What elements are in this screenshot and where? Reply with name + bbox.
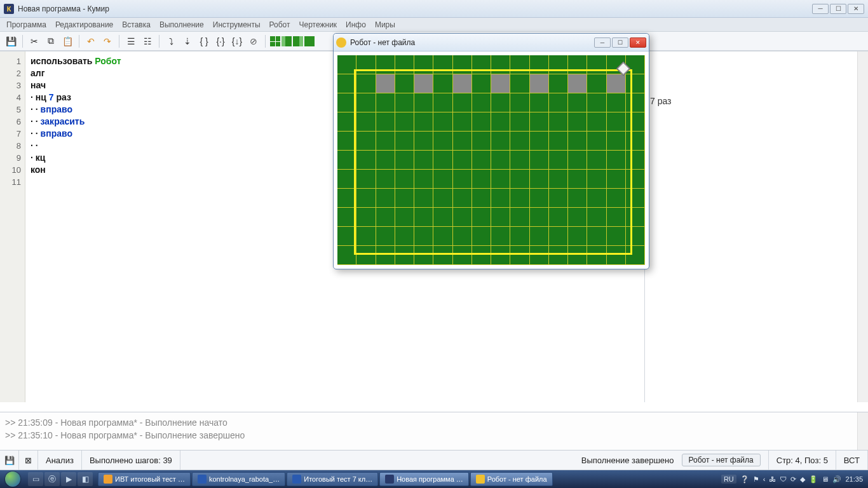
tray-chevron-icon[interactable]: ‹ bbox=[763, 475, 766, 483]
tray-monitor-icon[interactable]: 🖥 bbox=[822, 475, 829, 483]
word-icon bbox=[198, 475, 207, 484]
tray-av-icon[interactable]: ◆ bbox=[800, 475, 805, 484]
menu-edit[interactable]: Редактирование bbox=[55, 20, 113, 29]
robot-grid bbox=[337, 55, 645, 265]
robot-maximize-button[interactable]: ☐ bbox=[612, 37, 628, 48]
taskbar-item[interactable]: ИВТ итоговый тест … bbox=[98, 472, 191, 486]
status-execution: Выполнение завершено bbox=[581, 456, 674, 465]
line-number: 9 bbox=[0, 152, 21, 164]
stop-icon[interactable]: ⊘ bbox=[247, 34, 261, 48]
list2-icon[interactable]: ☷ bbox=[140, 34, 154, 48]
step-icon[interactable]: ⤵ bbox=[164, 34, 178, 48]
taskbar-item-label: Робот - нет файла bbox=[487, 475, 547, 483]
code-text: · · bbox=[31, 116, 41, 126]
code-text: вправо bbox=[41, 104, 72, 114]
robot-field[interactable] bbox=[337, 55, 645, 265]
code-text: 7 bbox=[49, 92, 54, 102]
code-text: · нц bbox=[31, 92, 49, 102]
folder-icon bbox=[104, 475, 112, 484]
ql-explorer-icon[interactable]: ▭ bbox=[28, 472, 43, 486]
braces3-icon[interactable]: {↓} bbox=[230, 34, 244, 48]
tray-language[interactable]: RU bbox=[721, 475, 736, 484]
view-left-icon[interactable] bbox=[281, 36, 292, 46]
line-number: 6 bbox=[0, 116, 21, 128]
menu-tools[interactable]: Инструменты bbox=[213, 20, 261, 29]
taskbar: ▭ ⓔ ▶ ◧ ИВТ итоговый тест … kontrolnaya_… bbox=[0, 470, 868, 488]
robot-titlebar[interactable]: Робот - нет файла ─ ☐ ✕ bbox=[334, 34, 649, 51]
status-save-icon[interactable]: 💾 bbox=[0, 451, 19, 470]
tray-help-icon[interactable]: ❔ bbox=[740, 475, 749, 484]
robot-window[interactable]: Робот - нет файла ─ ☐ ✕ bbox=[333, 33, 649, 269]
copy-icon[interactable]: ⧉ bbox=[44, 34, 58, 48]
status-mode: ВСТ bbox=[836, 451, 868, 470]
code-text: Робот bbox=[95, 56, 121, 66]
code-text: нач bbox=[31, 80, 46, 90]
view-grid-icon[interactable] bbox=[270, 36, 280, 46]
separator bbox=[79, 35, 79, 48]
tray-volume-icon[interactable]: 🔊 bbox=[832, 475, 841, 484]
tray-update-icon[interactable]: ⟳ bbox=[790, 475, 796, 484]
tray-flag-icon[interactable]: ⚑ bbox=[753, 475, 759, 484]
robot-view-buttons bbox=[270, 36, 315, 46]
menu-robot[interactable]: Робот bbox=[269, 20, 290, 29]
status-x-icon[interactable]: ⊠ bbox=[19, 451, 38, 470]
menu-insert[interactable]: Вставка bbox=[122, 20, 151, 29]
redo-icon[interactable]: ↷ bbox=[100, 34, 114, 48]
taskbar-item[interactable]: Робот - нет файла bbox=[470, 472, 553, 486]
code-text: алг bbox=[31, 68, 45, 78]
menu-draftsman[interactable]: Чертежник bbox=[299, 20, 337, 29]
robot-icon bbox=[476, 475, 485, 484]
tray-network-icon[interactable]: 🖧 bbox=[769, 475, 776, 483]
minimize-button[interactable]: ─ bbox=[812, 4, 829, 14]
console-line: >> 21:35:10 - Новая программа* - Выполне… bbox=[5, 429, 863, 442]
menu-run[interactable]: Выполнение bbox=[159, 20, 204, 29]
console-line: >> 21:35:09 - Новая программа* - Выполне… bbox=[5, 416, 863, 429]
braces1-icon[interactable]: { } bbox=[197, 34, 211, 48]
separator bbox=[22, 35, 23, 48]
status-cursor-pos: Стр: 4, Поз: 5 bbox=[769, 451, 836, 470]
cut-icon[interactable]: ✂ bbox=[27, 34, 41, 48]
system-tray: RU ❔ ⚑ ‹ 🖧 🛡 ⟳ ◆ 🔋 🖥 🔊 21:35 bbox=[716, 475, 868, 484]
close-button[interactable]: ✕ bbox=[848, 4, 864, 14]
robot-close-button[interactable]: ✕ bbox=[630, 37, 646, 48]
robot-minimize-button[interactable]: ─ bbox=[594, 37, 611, 48]
menu-program[interactable]: Программа bbox=[6, 20, 46, 29]
code-text: · · bbox=[31, 104, 41, 114]
title-bar: К Новая программа - Кумир ─ ☐ ✕ bbox=[0, 0, 868, 18]
step-over-icon[interactable]: ⇣ bbox=[180, 34, 194, 48]
list-icon[interactable]: ☰ bbox=[124, 34, 138, 48]
braces2-icon[interactable]: {·} bbox=[214, 34, 227, 48]
taskbar-item[interactable]: Итоговый тест 7 кл… bbox=[287, 472, 378, 486]
quick-launch: ▭ ⓔ ▶ ◧ bbox=[25, 472, 95, 486]
view-right-icon[interactable] bbox=[293, 36, 303, 46]
code-text: использовать bbox=[31, 56, 95, 66]
start-orb-icon bbox=[5, 471, 20, 487]
taskbar-item[interactable]: Новая программа … bbox=[379, 472, 469, 486]
undo-icon[interactable]: ↶ bbox=[84, 34, 98, 48]
tray-clock[interactable]: 21:35 bbox=[845, 475, 863, 483]
status-robot-tag[interactable]: Робот - нет файла bbox=[682, 454, 761, 466]
menu-info[interactable]: Инфо bbox=[346, 20, 366, 29]
console-output[interactable]: >> 21:35:09 - Новая программа* - Выполне… bbox=[0, 412, 868, 450]
ql-ie-icon[interactable]: ⓔ bbox=[44, 472, 60, 486]
paste-icon[interactable]: 📋 bbox=[60, 34, 74, 48]
scrollbar[interactable] bbox=[857, 412, 868, 450]
taskbar-item-label: ИВТ итоговый тест … bbox=[115, 475, 185, 483]
ql-player-icon[interactable]: ▶ bbox=[61, 472, 76, 486]
scrollbar[interactable] bbox=[857, 51, 868, 402]
menu-worlds[interactable]: Миры bbox=[375, 20, 395, 29]
code-text: вправо bbox=[41, 128, 72, 139]
tray-shield-icon[interactable]: 🛡 bbox=[780, 475, 787, 483]
status-analysis: Анализ bbox=[38, 451, 82, 470]
save-icon[interactable]: 💾 bbox=[4, 34, 18, 48]
kumir-icon bbox=[385, 475, 394, 484]
view-full-icon[interactable] bbox=[304, 36, 315, 46]
line-number: 10 bbox=[0, 164, 21, 176]
ql-app-icon[interactable]: ◧ bbox=[78, 472, 93, 486]
code-text: · · bbox=[31, 140, 38, 151]
code-text: · кц bbox=[31, 152, 45, 163]
start-button[interactable] bbox=[0, 470, 25, 488]
tray-battery-icon[interactable]: 🔋 bbox=[809, 475, 818, 484]
maximize-button[interactable]: ☐ bbox=[830, 4, 846, 14]
taskbar-item[interactable]: kontrolnaya_rabota_… bbox=[192, 472, 285, 486]
